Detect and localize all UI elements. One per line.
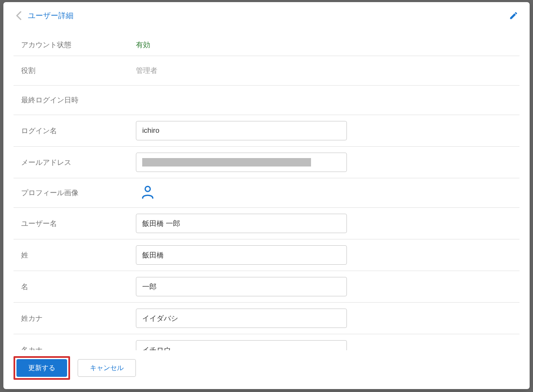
label-first-name-kana: 名カナ	[14, 345, 136, 351]
email-masked	[142, 158, 311, 166]
row-first-name: 名	[14, 271, 519, 303]
input-user-name[interactable]	[136, 214, 347, 233]
input-login-name[interactable]	[136, 121, 347, 140]
row-last-name-kana: 姓カナ	[14, 303, 519, 334]
chevron-left-icon	[16, 11, 22, 20]
avatar-placeholder[interactable]	[140, 184, 155, 199]
value-role: 管理者	[136, 66, 519, 75]
row-last-login: 最終ログイン日時	[14, 86, 519, 115]
row-user-name: ユーザー名	[14, 208, 519, 239]
row-last-name: 姓	[14, 239, 519, 271]
input-first-name[interactable]	[136, 277, 347, 296]
pencil-icon	[509, 11, 518, 20]
label-last-login: 最終ログイン日時	[14, 95, 136, 105]
modal-footer: 更新する キャンセル	[3, 350, 530, 389]
highlight-update: 更新する	[14, 356, 70, 380]
edit-button[interactable]	[508, 10, 519, 21]
label-last-name-kana: 姓カナ	[14, 314, 136, 323]
label-login-name: ログイン名	[14, 126, 136, 136]
label-role: 役割	[14, 66, 136, 75]
row-first-name-kana: 名カナ	[14, 334, 519, 350]
input-last-name[interactable]	[136, 245, 347, 265]
label-profile-image: プロフィール画像	[14, 188, 136, 198]
row-login-name: ログイン名	[14, 115, 519, 147]
label-email: メールアドレス	[14, 158, 136, 167]
row-profile-image: プロフィール画像	[14, 178, 519, 208]
input-first-name-kana[interactable]	[136, 340, 347, 350]
modal-title: ユーザー詳細	[28, 11, 73, 21]
modal-body: アカウント状態 有効 役割 管理者 最終ログイン日時 ログイン名 メールアドレス	[3, 26, 530, 350]
label-account-status: アカウント状態	[14, 40, 136, 50]
update-button[interactable]: 更新する	[16, 359, 67, 377]
person-icon	[140, 184, 155, 199]
value-account-status: 有効	[136, 41, 150, 49]
label-user-name: ユーザー名	[14, 219, 136, 228]
label-first-name: 名	[14, 282, 136, 292]
row-account-status: アカウント状態 有効	[14, 26, 519, 56]
label-last-name: 姓	[14, 250, 136, 260]
cancel-button[interactable]: キャンセル	[78, 359, 136, 377]
input-last-name-kana[interactable]	[136, 309, 347, 328]
user-detail-modal: ユーザー詳細 アカウント状態 有効 役割 管理者 最終ログイン日時 ログイン名	[3, 2, 530, 389]
row-email: メールアドレス	[14, 147, 519, 178]
back-button[interactable]	[14, 11, 24, 21]
row-role: 役割 管理者	[14, 56, 519, 86]
modal-header: ユーザー詳細	[3, 2, 530, 26]
svg-point-0	[145, 186, 150, 191]
input-email-wrapper[interactable]	[136, 153, 347, 172]
